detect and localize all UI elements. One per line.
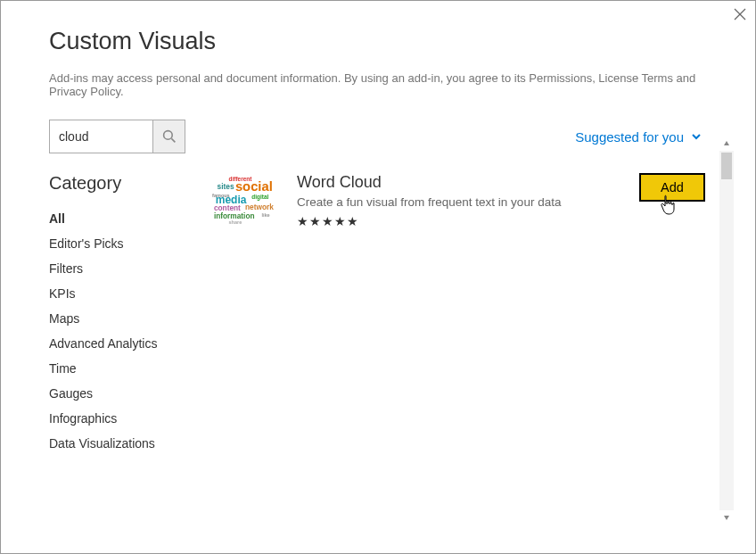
category-item-filters[interactable]: Filters <box>49 256 201 281</box>
results-panel: differentsitessocialfamousmediadigitalco… <box>210 173 719 456</box>
suggested-for-you-dropdown[interactable]: Suggested for you <box>575 129 702 145</box>
dialog-title: Custom Visuals <box>49 28 719 55</box>
category-item-data-visualizations[interactable]: Data Visualizations <box>49 431 201 456</box>
suggested-label: Suggested for you <box>575 129 684 145</box>
search-button[interactable] <box>152 120 185 153</box>
category-item-maps[interactable]: Maps <box>49 306 201 331</box>
result-thumbnail: differentsitessocialfamousmediadigitalco… <box>210 173 281 227</box>
result-title: Word Cloud <box>297 173 623 192</box>
chevron-down-icon <box>691 131 702 142</box>
result-rating: ★★★★★ <box>297 214 623 228</box>
search-box <box>49 120 185 153</box>
svg-text:like: like <box>261 212 269 218</box>
svg-marker-15 <box>724 141 729 145</box>
add-button[interactable]: Add <box>639 173 705 202</box>
category-item-infographics[interactable]: Infographics <box>49 406 201 431</box>
scroll-up-arrow-icon[interactable] <box>719 136 734 151</box>
scrollbar[interactable] <box>719 151 734 510</box>
search-input[interactable] <box>50 120 152 153</box>
svg-text:sites: sites <box>218 182 234 191</box>
category-item-gauges[interactable]: Gauges <box>49 381 201 406</box>
svg-text:share: share <box>229 219 242 225</box>
category-item-editors-picks[interactable]: Editor's Picks <box>49 231 201 256</box>
scroll-down-arrow-icon[interactable] <box>719 510 734 525</box>
svg-marker-16 <box>724 516 729 520</box>
svg-text:network: network <box>245 203 274 211</box>
svg-text:digital: digital <box>251 194 268 201</box>
category-sidebar: Category All Editor's Picks Filters KPIs… <box>49 173 201 456</box>
category-item-all[interactable]: All <box>49 206 201 231</box>
category-item-kpis[interactable]: KPIs <box>49 281 201 306</box>
category-item-time[interactable]: Time <box>49 356 201 381</box>
category-item-advanced-analytics[interactable]: Advanced Analytics <box>49 331 201 356</box>
svg-text:social: social <box>235 179 273 194</box>
svg-point-2 <box>163 131 172 140</box>
result-description: Create a fun visual from frequent text i… <box>297 195 623 209</box>
search-icon <box>162 129 177 144</box>
controls-row: Suggested for you <box>49 120 719 153</box>
category-header: Category <box>49 173 201 194</box>
custom-visuals-dialog: Custom Visuals Add-ins may access person… <box>0 0 756 554</box>
disclaimer-text: Add-ins may access personal and document… <box>49 71 719 98</box>
scrollbar-thumb[interactable] <box>721 153 732 179</box>
result-item[interactable]: differentsitessocialfamousmediadigitalco… <box>210 173 719 228</box>
result-info: Word Cloud Create a fun visual from freq… <box>297 173 623 228</box>
category-list: All Editor's Picks Filters KPIs Maps Adv… <box>49 206 201 456</box>
svg-text:information: information <box>214 211 255 220</box>
close-icon[interactable] <box>734 8 746 24</box>
svg-line-3 <box>171 138 175 142</box>
